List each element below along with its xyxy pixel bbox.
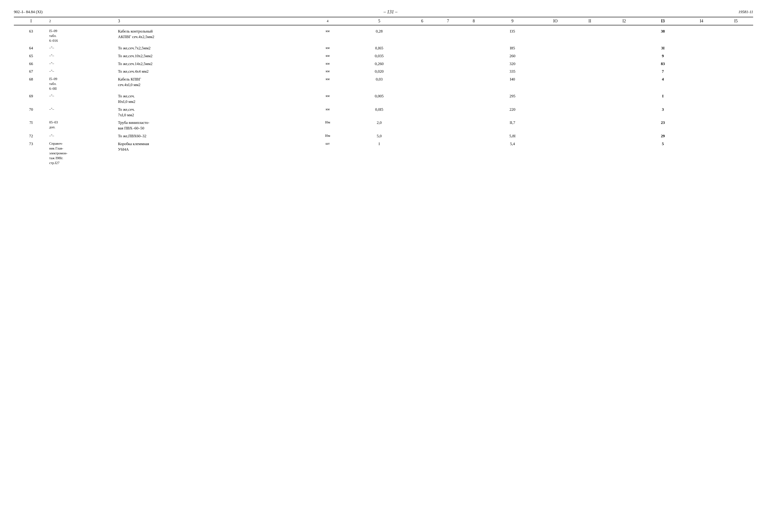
table-row: 73Справоч-ник Глав-электромон-таж I98Iг.… [14, 140, 753, 167]
cell-10-c11 [572, 132, 607, 140]
col-header-11: II [572, 17, 607, 25]
col-header-6: 6 [409, 17, 435, 25]
cell-6-c3: Кабель КПВГсеч.4xI,0 мм2 [117, 75, 306, 92]
cell-5-c11 [572, 68, 607, 75]
col-header-1: I [14, 17, 48, 25]
col-header-12: I2 [607, 17, 641, 25]
cell-1-c5: 0,28 [349, 25, 409, 44]
cell-8-c4: км [306, 106, 349, 119]
table-row: 64–"–То же,сеч.7x2,5мм2км0,I65I853I [14, 44, 753, 52]
cell-11-c3: Коробка клеммнаяУ6I4А [117, 140, 306, 167]
cell-9-c12 [607, 119, 641, 132]
cell-1-c14 [684, 25, 719, 44]
cell-3-c8 [461, 52, 487, 60]
cell-3-c11 [572, 52, 607, 60]
cell-3-c13: 9 [641, 52, 684, 60]
cell-11-c1: 73 [14, 140, 48, 167]
cell-10-c14 [684, 132, 719, 140]
cell-5-c13: 7 [641, 68, 684, 75]
cell-8-c2: –"– [48, 106, 117, 119]
cell-8-c11 [572, 106, 607, 119]
cell-7-c9: 295 [487, 92, 538, 106]
col-header-7: 7 [435, 17, 461, 25]
cell-7-c3: То же,сеч.I0xI,0 мм2 [117, 92, 306, 106]
cell-4-c5: 0,260 [349, 60, 409, 68]
cell-10-c5: 5,0 [349, 132, 409, 140]
cell-6-c6 [409, 75, 435, 92]
cell-7-c6 [409, 92, 435, 106]
cell-7-c8 [461, 92, 487, 106]
cell-8-c8 [461, 106, 487, 119]
cell-1-c12 [607, 25, 641, 44]
cell-3-c14 [684, 52, 719, 60]
cell-6-c15 [719, 75, 753, 92]
cell-2-c10 [538, 44, 572, 52]
cell-6-c1: 68 [14, 75, 48, 92]
cell-8-c12 [607, 106, 641, 119]
cell-8-c15 [719, 106, 753, 119]
cell-7-c10 [538, 92, 572, 106]
cell-4-c15 [719, 60, 753, 68]
cell-11-c8 [461, 140, 487, 167]
cell-2-c11 [572, 44, 607, 52]
cell-1-c4: км [306, 25, 349, 44]
cell-9-c6 [409, 119, 435, 132]
cell-10-c8 [461, 132, 487, 140]
cell-11-c15 [719, 140, 753, 167]
cell-11-c12 [607, 140, 641, 167]
cell-6-c9: I40 [487, 75, 538, 92]
cell-4-c6 [409, 60, 435, 68]
cell-5-c10 [538, 68, 572, 75]
cell-5-c5: 0,020 [349, 68, 409, 75]
cell-9-c15 [719, 119, 753, 132]
cell-9-c2: 05–03доп. [48, 119, 117, 132]
col-header-13: I3 [641, 17, 684, 25]
cell-1-c10 [538, 25, 572, 44]
cell-5-c7 [435, 68, 461, 75]
table-row: 7I05–03доп.Труба винипласто-вая ПВХ–60–5… [14, 119, 753, 132]
cell-4-c2: –"– [48, 60, 117, 68]
cell-11-c7 [435, 140, 461, 167]
cell-4-c1: 66 [14, 60, 48, 68]
cell-7-c11 [572, 92, 607, 106]
cell-6-c13: 4 [641, 75, 684, 92]
cell-10-c13: 29 [641, 132, 684, 140]
page-header: 902–I– 84.84 (XI) – 131 – 19581-11 [14, 9, 753, 15]
cell-4-c14 [684, 60, 719, 68]
cell-11-c4: шт [306, 140, 349, 167]
cell-10-c1: 72 [14, 132, 48, 140]
cell-10-c2: –"– [48, 132, 117, 140]
table-row: 65–"–То же,сеч.10x2,5мм2км0,0352609 [14, 52, 753, 60]
cell-1-c9: I35 [487, 25, 538, 44]
table-row: 72–"–То же,ПВХ60–32I0м5,05,8I29 [14, 132, 753, 140]
cell-8-c5: 0,0I5 [349, 106, 409, 119]
col-header-2: 2 [48, 17, 117, 25]
cell-7-c1: 69 [14, 92, 48, 106]
cell-9-c14 [684, 119, 719, 132]
cell-4-c13: 83 [641, 60, 684, 68]
cell-9-c5: 2,0 [349, 119, 409, 132]
cell-10-c6 [409, 132, 435, 140]
cell-1-c3: Кабель контрольныйАКПВГ сеч.4x2,5мм2 [117, 25, 306, 44]
cell-3-c2: –"– [48, 52, 117, 60]
cell-2-c1: 64 [14, 44, 48, 52]
cell-6-c14 [684, 75, 719, 92]
col-header-5: 5 [349, 17, 409, 25]
col-header-8: 8 [461, 17, 487, 25]
cell-4-c9: 320 [487, 60, 538, 68]
table-row: 63I5–09табл.6–016Кабель контрольныйАКПВГ… [14, 25, 753, 44]
cell-5-c14 [684, 68, 719, 75]
cell-7-c14 [684, 92, 719, 106]
cell-7-c4: км [306, 92, 349, 106]
cell-4-c11 [572, 60, 607, 68]
cell-10-c15 [719, 132, 753, 140]
table-row: 70–"–То же,сеч.7xI,0 мм2км0,0I52203 [14, 106, 753, 119]
cell-1-c13: 38 [641, 25, 684, 44]
cell-1-c7 [435, 25, 461, 44]
cell-3-c15 [719, 52, 753, 60]
cell-9-c13: 23 [641, 119, 684, 132]
cell-4-c8 [461, 60, 487, 68]
cell-2-c13: 3I [641, 44, 684, 52]
cell-9-c3: Труба винипласто-вая ПВХ–60–50 [117, 119, 306, 132]
cell-9-c8 [461, 119, 487, 132]
